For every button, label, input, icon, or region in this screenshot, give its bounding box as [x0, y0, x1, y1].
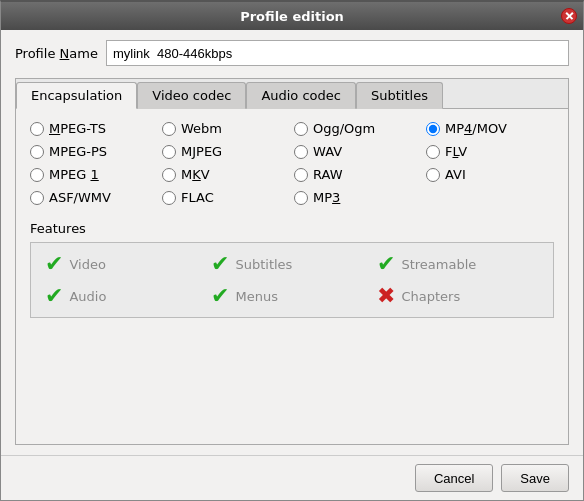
radio-mkv-input[interactable]: [162, 168, 176, 182]
feature-video: ✔ Video: [45, 253, 207, 275]
radio-mpeg-ts-input[interactable]: [30, 122, 44, 136]
radio-webm-label: Webm: [181, 121, 222, 136]
radio-ogg-ogm[interactable]: Ogg/Ogm: [294, 121, 422, 136]
feature-audio: ✔ Audio: [45, 285, 207, 307]
check-icon-streamable: ✔: [377, 253, 395, 275]
profile-name-row: Profile Name: [15, 40, 569, 66]
tab-subtitles[interactable]: Subtitles: [356, 82, 443, 109]
radio-asf-wmv[interactable]: ASF/WMV: [30, 190, 158, 205]
feature-streamable: ✔ Streamable: [377, 253, 539, 275]
tab-bar: Encapsulation Video codec Audio codec Su…: [16, 79, 568, 109]
encapsulation-tab-content: MPEG-TS Webm Ogg/Ogm MP4/MOV: [16, 109, 568, 444]
radio-raw[interactable]: RAW: [294, 167, 422, 182]
radio-mkv[interactable]: MKV: [162, 167, 290, 182]
radio-avi-label: AVI: [445, 167, 466, 182]
check-icon-subtitles: ✔: [211, 253, 229, 275]
radio-mpeg1-input[interactable]: [30, 168, 44, 182]
radio-mpeg1[interactable]: MPEG 1: [30, 167, 158, 182]
profile-name-input[interactable]: [106, 40, 569, 66]
radio-raw-label: RAW: [313, 167, 343, 182]
save-button[interactable]: Save: [501, 464, 569, 492]
radio-ogg-ogm-label: Ogg/Ogm: [313, 121, 375, 136]
titlebar: Profile edition: [1, 2, 583, 30]
features-section: Features ✔ Video ✔ Subtitles ✔ Streamabl: [30, 221, 554, 318]
radio-mpeg-ts[interactable]: MPEG-TS: [30, 121, 158, 136]
close-button[interactable]: [561, 8, 577, 24]
radio-mp3-label: MP3: [313, 190, 340, 205]
radio-avi[interactable]: AVI: [426, 167, 554, 182]
radio-mpeg1-label: MPEG 1: [49, 167, 99, 182]
feature-streamable-label: Streamable: [401, 257, 476, 272]
window-content: Profile Name Encapsulation Video codec A…: [1, 30, 583, 455]
radio-asf-wmv-input[interactable]: [30, 191, 44, 205]
main-window: Profile edition Profile Name Encapsulati…: [0, 0, 584, 501]
encapsulation-options: MPEG-TS Webm Ogg/Ogm MP4/MOV: [30, 121, 554, 205]
radio-mpeg-ps-label: MPEG-PS: [49, 144, 107, 159]
radio-raw-input[interactable]: [294, 168, 308, 182]
footer: Cancel Save: [1, 455, 583, 500]
radio-mp3-input[interactable]: [294, 191, 308, 205]
radio-wav-input[interactable]: [294, 145, 308, 159]
features-label: Features: [30, 221, 554, 236]
feature-audio-label: Audio: [69, 289, 106, 304]
radio-mp4-mov[interactable]: MP4/MOV: [426, 121, 554, 136]
radio-asf-wmv-label: ASF/WMV: [49, 190, 111, 205]
radio-webm-input[interactable]: [162, 122, 176, 136]
radio-flv-input[interactable]: [426, 145, 440, 159]
cancel-button[interactable]: Cancel: [415, 464, 493, 492]
feature-chapters: ✖ Chapters: [377, 285, 539, 307]
radio-mpeg-ps[interactable]: MPEG-PS: [30, 144, 158, 159]
feature-menus-label: Menus: [235, 289, 277, 304]
radio-mp3[interactable]: MP3: [294, 190, 422, 205]
radio-mp4-mov-input[interactable]: [426, 122, 440, 136]
radio-wav[interactable]: WAV: [294, 144, 422, 159]
radio-flv[interactable]: FLV: [426, 144, 554, 159]
profile-name-label: Profile Name: [15, 46, 98, 61]
radio-flac-input[interactable]: [162, 191, 176, 205]
feature-video-label: Video: [69, 257, 105, 272]
feature-subtitles-label: Subtitles: [235, 257, 292, 272]
features-box: ✔ Video ✔ Subtitles ✔ Streamable ✔: [30, 242, 554, 318]
cross-icon-chapters: ✖: [377, 285, 395, 307]
radio-mjpeg-input[interactable]: [162, 145, 176, 159]
tab-video-codec[interactable]: Video codec: [137, 82, 246, 109]
radio-avi-input[interactable]: [426, 168, 440, 182]
radio-mp4-mov-label: MP4/MOV: [445, 121, 507, 136]
radio-flac[interactable]: FLAC: [162, 190, 290, 205]
radio-flv-label: FLV: [445, 144, 467, 159]
radio-flac-label: FLAC: [181, 190, 214, 205]
radio-wav-label: WAV: [313, 144, 342, 159]
radio-mkv-label: MKV: [181, 167, 210, 182]
check-icon-audio: ✔: [45, 285, 63, 307]
check-icon-video: ✔: [45, 253, 63, 275]
radio-mpeg-ts-label: MPEG-TS: [49, 121, 106, 136]
feature-chapters-label: Chapters: [401, 289, 460, 304]
tab-encapsulation[interactable]: Encapsulation: [16, 82, 137, 109]
window-title: Profile edition: [240, 9, 344, 24]
feature-subtitles: ✔ Subtitles: [211, 253, 373, 275]
check-icon-menus: ✔: [211, 285, 229, 307]
radio-mjpeg-label: MJPEG: [181, 144, 222, 159]
radio-mjpeg[interactable]: MJPEG: [162, 144, 290, 159]
tab-container: Encapsulation Video codec Audio codec Su…: [15, 78, 569, 445]
tab-audio-codec[interactable]: Audio codec: [246, 82, 356, 109]
feature-menus: ✔ Menus: [211, 285, 373, 307]
radio-webm[interactable]: Webm: [162, 121, 290, 136]
radio-ogg-ogm-input[interactable]: [294, 122, 308, 136]
radio-mpeg-ps-input[interactable]: [30, 145, 44, 159]
